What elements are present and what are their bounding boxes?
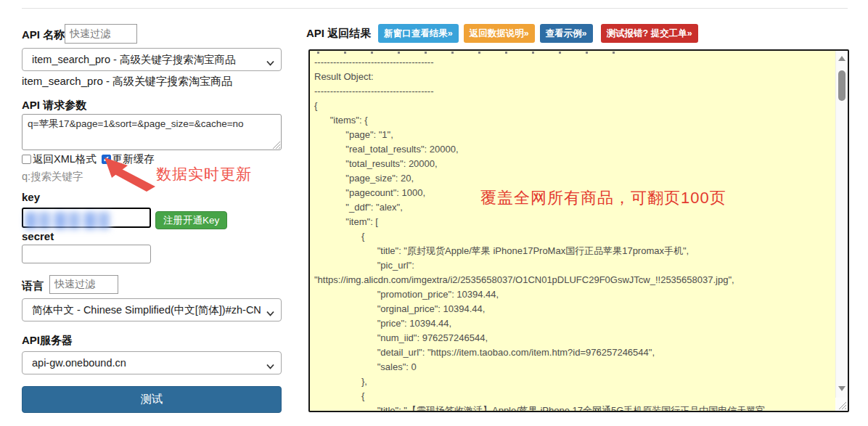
json-line: Result Object: bbox=[314, 70, 834, 84]
server-select[interactable]: api-gw.onebound.cn bbox=[22, 351, 282, 374]
key-censor-blur bbox=[25, 212, 111, 229]
json-line: "num_iid": 976257246544, bbox=[314, 331, 834, 345]
result-title: API 返回结果 bbox=[306, 27, 371, 41]
scroll-up-icon[interactable] bbox=[838, 56, 846, 61]
params-textarea[interactable]: q=苹果17&page=1&sort=&page_size=&cache=no bbox=[22, 114, 282, 150]
key-label: key bbox=[22, 191, 40, 203]
request-panel: API 名称 item_search_pro - 高级关键字搜索淘宝商品 ite… bbox=[22, 24, 282, 423]
server-select-value: api-gw.onebound.cn bbox=[32, 357, 126, 369]
xml-checkbox[interactable] bbox=[22, 155, 31, 164]
json-line: { bbox=[314, 229, 834, 244]
secret-input[interactable] bbox=[22, 245, 151, 263]
json-line: "title": "原封现货Apple/苹果 iPhone17ProMax国行正… bbox=[314, 244, 834, 258]
api-select-caption: item_search_pro - 高级关键字搜索淘宝商品 bbox=[22, 75, 232, 89]
coverage-annotation: 覆盖全网所有商品，可翻页100页 bbox=[480, 187, 726, 209]
result-textarea[interactable]: --------------------------------------Re… bbox=[308, 49, 849, 412]
api-name-row: API 名称 bbox=[22, 28, 65, 42]
json-line: "price": 10394.44, bbox=[314, 316, 834, 331]
test-button[interactable]: 测试 bbox=[22, 386, 282, 413]
json-line: "title": "【需现场签收激活】Apple/苹果 iPhone 17全网通… bbox=[314, 404, 834, 411]
realtime-annotation: 数据实时更新 bbox=[156, 164, 252, 184]
api-select[interactable]: item_search_pro - 高级关键字搜索淘宝商品 bbox=[22, 48, 282, 71]
language-select[interactable]: 简体中文 - Chinese Simplified(中文[简体])#zh-CN bbox=[22, 298, 282, 321]
chevron-down-icon bbox=[266, 57, 274, 68]
scroll-down-icon[interactable] bbox=[838, 386, 846, 391]
report-error-button[interactable]: 测试报错? 提交工单» bbox=[601, 24, 698, 43]
result-scrollbar[interactable] bbox=[835, 51, 848, 411]
json-line: "page_size": 20, bbox=[314, 171, 834, 186]
api-name-label: API 名称 bbox=[22, 28, 65, 41]
resize-grip-icon[interactable] bbox=[273, 142, 280, 149]
json-line: "pic_url": bbox=[314, 258, 834, 273]
json-line: "detail_url": "https://item.taobao.com/i… bbox=[314, 345, 834, 360]
data-doc-button[interactable]: 返回数据说明» bbox=[464, 24, 535, 43]
json-line: "item": [ bbox=[314, 215, 834, 229]
chevron-down-icon bbox=[266, 307, 274, 319]
xml-checkbox-label: 返回XML格式 bbox=[33, 152, 97, 166]
resize-grip-icon bbox=[839, 402, 846, 409]
json-line: { bbox=[314, 99, 834, 113]
json-line: "orginal_price": 10394.44, bbox=[314, 302, 834, 316]
register-key-button[interactable]: 注册开通Key bbox=[155, 211, 227, 229]
params-value: q=苹果17&page=1&sort=&page_size=&cache=no bbox=[28, 118, 244, 129]
json-line: -------------------------------------- bbox=[314, 55, 834, 70]
json-line: -------------------------------------- bbox=[314, 84, 834, 99]
params-label: API 请求参数 bbox=[22, 99, 86, 112]
open-new-window-button[interactable]: 新窗口查看结果» bbox=[378, 24, 458, 43]
json-line: "page": "1", bbox=[314, 128, 834, 142]
chevron-down-icon bbox=[266, 360, 274, 372]
top-divider bbox=[22, 8, 848, 9]
api-name-filter-input[interactable] bbox=[65, 24, 137, 44]
red-arrow-annotation-icon bbox=[103, 157, 158, 192]
json-line: "total_results": 20000, bbox=[314, 157, 834, 171]
secret-label: secret bbox=[22, 230, 54, 242]
key-input[interactable] bbox=[22, 208, 151, 228]
view-example-button[interactable]: 查看示例» bbox=[540, 24, 593, 43]
json-line: "real_total_results": 20000, bbox=[314, 142, 834, 157]
json-output: --------------------------------------Re… bbox=[310, 51, 835, 411]
scrollbar-thumb[interactable] bbox=[838, 70, 846, 101]
language-label: 语言 bbox=[22, 279, 44, 293]
param-hint: q:搜索关键字 bbox=[22, 170, 83, 184]
server-label: API服务器 bbox=[22, 334, 73, 348]
json-line: { bbox=[314, 389, 834, 404]
language-select-value: 简体中文 - Chinese Simplified(中文[简体])#zh-CN bbox=[32, 303, 261, 317]
api-test-console: API 名称 item_search_pro - 高级关键字搜索淘宝商品 ite… bbox=[0, 0, 868, 426]
result-header: API 返回结果 新窗口查看结果» 返回数据说明» 查看示例» 测试报错? 提交… bbox=[306, 24, 698, 43]
language-filter-input[interactable] bbox=[49, 275, 118, 294]
json-line: "items": { bbox=[314, 113, 834, 128]
result-resize-corner[interactable] bbox=[835, 398, 848, 411]
json-line: }, bbox=[314, 374, 834, 389]
json-line: "sales": 0 bbox=[314, 360, 834, 374]
api-select-value: item_search_pro - 高级关键字搜索淘宝商品 bbox=[32, 53, 235, 67]
result-panel: API 返回结果 新窗口查看结果» 返回数据说明» 查看示例» 测试报错? 提交… bbox=[306, 24, 851, 419]
json-line: "https://img.alicdn.com/imgextra/i2/2535… bbox=[314, 273, 834, 287]
json-line: "promotion_price": 10394.44, bbox=[314, 287, 834, 302]
